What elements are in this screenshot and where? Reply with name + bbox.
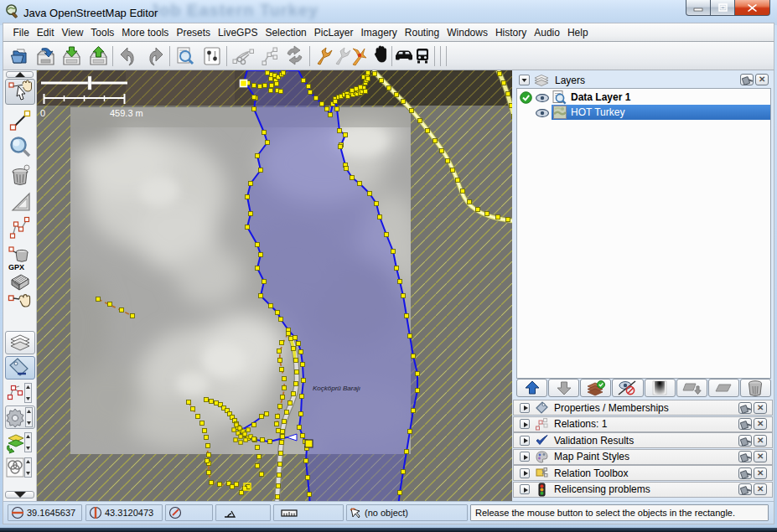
svg-text:0: 0 [40,108,45,118]
svg-text:459.3 m: 459.3 m [110,108,143,118]
svg-text:GPX: GPX [8,263,24,271]
svg-text:Koçköprü Barajı: Koçköprü Barajı [313,385,360,392]
